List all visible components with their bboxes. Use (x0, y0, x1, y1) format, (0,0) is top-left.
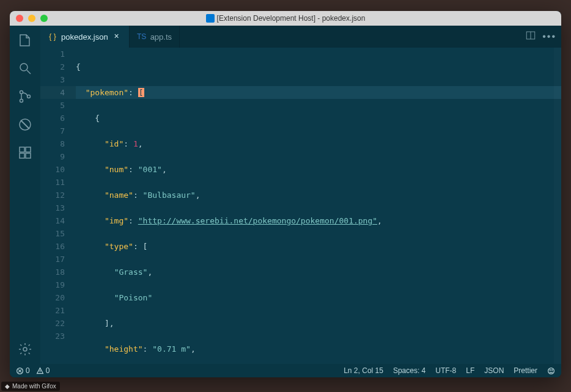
ts-file-icon: TS (137, 32, 147, 42)
window-title: [Extension Development Host] - pokedex.j… (10, 14, 561, 23)
status-bar: 0 0 Ln 2, Col 15 Spaces: 4 UTF-8 LF JSON… (10, 364, 561, 377)
tab-label: pokedex.json (61, 32, 108, 42)
editor-area: { } pokedex.json × TS app.ts ••• 123 (40, 26, 561, 364)
close-window-button[interactable] (16, 15, 23, 22)
status-indentation[interactable]: Spaces: 4 (393, 366, 425, 375)
editor-tab-actions: ••• (525, 26, 561, 48)
window-title-text: [Extension Development Host] - pokedex.j… (217, 14, 366, 23)
svg-rect-5 (20, 147, 24, 152)
vscode-icon (206, 14, 215, 23)
svg-rect-8 (26, 153, 31, 158)
code-content[interactable]: { "pokemon": [ { "id": 1, "num": "001", … (76, 48, 561, 364)
explorer-icon[interactable] (17, 32, 34, 49)
gifox-watermark: ◆ Made with Gifox (1, 382, 60, 391)
titlebar: [Extension Development Host] - pokedex.j… (10, 11, 561, 26)
extensions-icon[interactable] (17, 144, 34, 161)
close-tab-icon[interactable]: × (112, 32, 122, 42)
settings-gear-icon[interactable] (17, 341, 34, 358)
gifox-icon: ◆ (5, 383, 10, 390)
svg-point-0 (20, 64, 28, 71)
svg-point-9 (23, 347, 27, 351)
status-warnings[interactable]: 0 (36, 366, 50, 375)
minimize-window-button[interactable] (28, 15, 35, 22)
svg-point-12 (548, 368, 554, 374)
svg-point-1 (20, 91, 23, 94)
status-eol[interactable]: LF (466, 366, 474, 375)
status-cursor-position[interactable]: Ln 2, Col 15 (344, 366, 383, 375)
minimap-scrollbar[interactable] (554, 48, 561, 364)
tab-pokedex-json[interactable]: { } pokedex.json × (40, 26, 130, 48)
svg-point-14 (552, 369, 553, 370)
svg-rect-6 (26, 147, 31, 152)
status-encoding[interactable]: UTF-8 (435, 366, 456, 375)
svg-point-2 (20, 100, 23, 103)
debug-icon[interactable] (17, 116, 34, 133)
activity-bar (10, 26, 40, 364)
main-area: { } pokedex.json × TS app.ts ••• 123 (10, 26, 561, 364)
svg-point-13 (550, 369, 550, 370)
tab-label: app.ts (150, 32, 172, 42)
tab-bar: { } pokedex.json × TS app.ts ••• (40, 26, 561, 48)
feedback-smiley-icon[interactable] (547, 367, 555, 375)
svg-rect-7 (20, 153, 24, 158)
code-editor[interactable]: 1234567891011121314151617181920212223 { … (40, 48, 561, 364)
zoom-window-button[interactable] (40, 15, 48, 22)
json-file-icon: { } (48, 32, 57, 42)
search-icon[interactable] (17, 60, 34, 77)
split-editor-icon[interactable] (525, 30, 536, 43)
status-formatter[interactable]: Prettier (514, 366, 537, 375)
status-errors[interactable]: 0 (16, 366, 30, 375)
traffic-lights (10, 15, 48, 22)
more-actions-icon[interactable]: ••• (542, 31, 556, 42)
source-control-icon[interactable] (17, 88, 34, 105)
vscode-window: [Extension Development Host] - pokedex.j… (10, 11, 561, 377)
status-language[interactable]: JSON (484, 366, 504, 375)
tab-app-ts[interactable]: TS app.ts (130, 26, 180, 48)
